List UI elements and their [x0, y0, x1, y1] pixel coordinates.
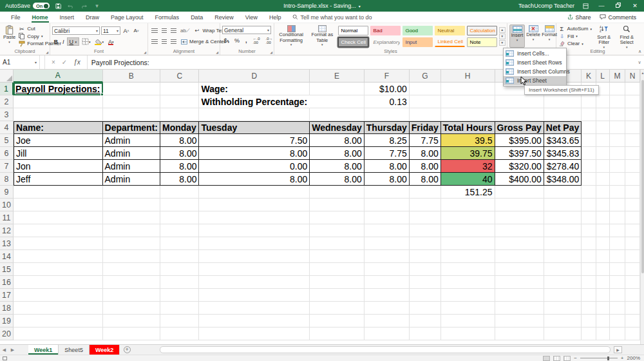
cell-F2[interactable]: 0.13: [365, 95, 410, 108]
cell-B15[interactable]: [103, 263, 160, 276]
cell-I5[interactable]: $395.00: [495, 134, 544, 147]
row-header-5[interactable]: 5: [0, 134, 14, 147]
font-size-combo[interactable]: 11▾: [101, 26, 120, 35]
cell-A10[interactable]: [14, 199, 102, 211]
menu-item-insert-sheet-rows[interactable]: Insert Sheet Rows: [504, 58, 566, 67]
cell-G7[interactable]: 8.00: [410, 160, 441, 173]
cell-J15[interactable]: [544, 263, 582, 276]
col-header-K[interactable]: K: [582, 70, 596, 83]
cell-E12[interactable]: [310, 224, 365, 237]
cell-G10[interactable]: [410, 199, 441, 211]
cell-A13[interactable]: [14, 237, 102, 250]
comma-style-icon[interactable]: ,: [244, 36, 249, 44]
cell-C16[interactable]: [160, 276, 199, 289]
cell-N8[interactable]: [625, 173, 640, 186]
number-dialog-launcher[interactable]: ◢: [270, 50, 272, 54]
cell-E4[interactable]: Wednesday: [310, 121, 365, 134]
cell-K18[interactable]: [582, 302, 596, 315]
cell-I11[interactable]: [495, 211, 544, 224]
cell-I18[interactable]: [495, 302, 544, 315]
row-header-17[interactable]: 17: [0, 289, 14, 302]
enter-formula-icon[interactable]: ✓: [62, 59, 67, 66]
cell-J18[interactable]: [544, 302, 582, 315]
cell-F1[interactable]: $10.00: [365, 83, 410, 95]
cell-F16[interactable]: [365, 276, 410, 289]
col-header-C[interactable]: C: [160, 70, 199, 83]
cell-G6[interactable]: 8.00: [410, 147, 441, 160]
cell-B6[interactable]: Admin: [103, 147, 160, 160]
page-break-view-icon[interactable]: [564, 356, 571, 361]
cell-E17[interactable]: [310, 289, 365, 302]
zoom-out-icon[interactable]: −: [574, 355, 577, 361]
col-header-F[interactable]: F: [365, 70, 410, 83]
cell-J5[interactable]: $343.65: [544, 134, 582, 147]
cell-J9[interactable]: [544, 186, 582, 199]
cell-A15[interactable]: [14, 263, 102, 276]
cell-style-linked-cell[interactable]: Linked Cell: [435, 37, 465, 47]
menu-tab-help[interactable]: Help: [263, 13, 287, 22]
cell-A20[interactable]: [14, 327, 102, 340]
cell-K8[interactable]: [582, 173, 596, 186]
cell-M10[interactable]: [610, 199, 625, 211]
font-name-combo[interactable]: Calibri▾: [52, 26, 100, 35]
cell-I6[interactable]: $397.50: [495, 147, 544, 160]
cell-D20[interactable]: [199, 327, 310, 340]
cell-H13[interactable]: [441, 237, 495, 250]
cell-F17[interactable]: [365, 289, 410, 302]
insert-cells-button[interactable]: Insert▾: [509, 24, 525, 48]
cell-B8[interactable]: Admin: [103, 173, 160, 186]
row-header-20[interactable]: 20: [0, 327, 14, 340]
increase-font-icon[interactable]: A˄: [122, 26, 131, 35]
cell-I20[interactable]: [495, 327, 544, 340]
close-button[interactable]: ✕: [630, 3, 640, 9]
cell-I9[interactable]: [495, 186, 544, 199]
cell-B16[interactable]: [103, 276, 160, 289]
gallery-down-icon[interactable]: ▼: [499, 34, 506, 39]
cell-D5[interactable]: 7.50: [199, 134, 310, 147]
cell-C20[interactable]: [160, 327, 199, 340]
cell-N17[interactable]: [625, 289, 640, 302]
cell-D8[interactable]: 8.00: [199, 173, 310, 186]
vertical-scroll-thumb[interactable]: [641, 80, 644, 273]
cell-N1[interactable]: [625, 83, 640, 95]
cell-E5[interactable]: 8.00: [310, 134, 365, 147]
cell-G3[interactable]: [410, 108, 441, 121]
cell-E2[interactable]: [310, 95, 365, 108]
cell-K17[interactable]: [582, 289, 596, 302]
cell-C14[interactable]: [160, 250, 199, 263]
cell-G20[interactable]: [410, 327, 441, 340]
cell-I15[interactable]: [495, 263, 544, 276]
cell-A12[interactable]: [14, 224, 102, 237]
cell-M17[interactable]: [610, 289, 625, 302]
cell-F6[interactable]: 7.75: [365, 147, 410, 160]
cell-N20[interactable]: [625, 327, 640, 340]
cell-B13[interactable]: [103, 237, 160, 250]
cell-C17[interactable]: [160, 289, 199, 302]
cell-E1[interactable]: [310, 83, 365, 95]
restore-button[interactable]: [613, 3, 623, 9]
zoom-in-icon[interactable]: +: [621, 355, 624, 361]
cell-D17[interactable]: [199, 289, 310, 302]
cell-H6[interactable]: 39.75: [441, 147, 495, 160]
cell-M19[interactable]: [610, 315, 625, 327]
autosum-button[interactable]: ΣAutoSum▾: [558, 25, 592, 32]
cell-D4[interactable]: Tuesday: [199, 121, 310, 134]
gallery-more-icon[interactable]: ▼: [499, 40, 506, 46]
qat-customize-icon[interactable]: ▾: [92, 2, 101, 10]
cell-style-explanatory-[interactable]: Explanatory...: [370, 37, 401, 47]
row-header-11[interactable]: 11: [0, 211, 14, 224]
cell-C9[interactable]: [160, 186, 199, 199]
cell-N19[interactable]: [625, 315, 640, 327]
cell-L2[interactable]: [596, 95, 610, 108]
cell-N5[interactable]: [625, 134, 640, 147]
cell-M20[interactable]: [610, 327, 625, 340]
cell-C7[interactable]: 8.00: [160, 160, 199, 173]
row-header-10[interactable]: 10: [0, 199, 14, 211]
cell-A14[interactable]: [14, 250, 102, 263]
cell-B5[interactable]: Admin: [103, 134, 160, 147]
cell-C19[interactable]: [160, 315, 199, 327]
cell-K3[interactable]: [582, 108, 596, 121]
sort-filter-button[interactable]: AZ Sort & Filter▾: [593, 24, 615, 48]
cell-G13[interactable]: [410, 237, 441, 250]
cell-B10[interactable]: [103, 199, 160, 211]
